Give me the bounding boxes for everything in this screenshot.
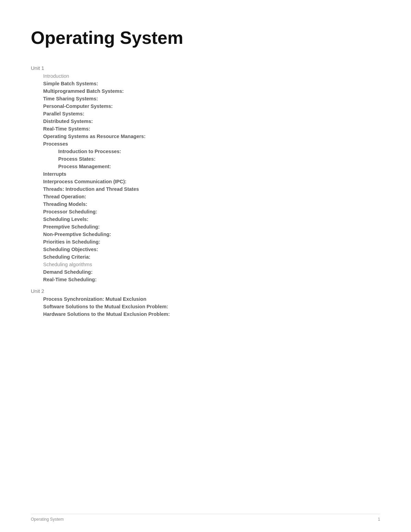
toc-item[interactable]: Scheduling Objectives: [31,246,380,253]
toc-item[interactable]: Process Synchronization: Mutual Exclusio… [31,295,380,303]
toc-item[interactable]: Software Solutions to the Mutual Exclusi… [31,303,380,310]
footer: Operating System 1 [31,514,380,522]
toc-item[interactable]: Priorities in Scheduling: [31,238,380,246]
toc-item[interactable]: Threading Models: [31,200,380,208]
toc-item[interactable]: Processes [31,140,380,148]
page-container: Operating System Unit 1 IntroductionSimp… [0,0,411,532]
toc-item[interactable]: Scheduling Criteria: [31,253,380,261]
toc-item[interactable]: Interrupts [31,170,380,178]
toc-item[interactable]: Introduction to Processes: [31,148,380,155]
unit1-items-container: IntroductionSimple Batch Systems:Multipr… [31,72,380,283]
toc-container: Unit 1 IntroductionSimple Batch Systems:… [31,65,380,318]
unit1-label: Unit 1 [31,65,380,71]
toc-item[interactable]: Operating Systems as Resource Managers: [31,133,380,140]
toc-item[interactable]: Preemptive Scheduling: [31,223,380,231]
toc-item[interactable]: Time Sharing Systems: [31,95,380,102]
page-title: Operating System [31,27,380,48]
toc-item[interactable]: Personal-Computer Systems: [31,102,380,110]
toc-item[interactable]: Process Management: [31,163,380,170]
toc-item[interactable]: Real-Time Systems: [31,125,380,133]
toc-item[interactable]: Threads: Introduction and Thread States [31,185,380,193]
toc-item[interactable]: Hardware Solutions to the Mutual Exclusi… [31,310,380,318]
toc-item[interactable]: Non-Preemptive Scheduling: [31,231,380,238]
toc-item[interactable]: Parallel Systems: [31,110,380,117]
toc-item[interactable]: Scheduling Levels: [31,215,380,223]
toc-item[interactable]: Interprocess Communication (IPC): [31,178,380,185]
toc-item[interactable]: Introduction [31,72,380,80]
toc-item[interactable]: Demand Scheduling: [31,268,380,276]
unit2-label: Unit 2 [31,288,380,294]
toc-item[interactable]: Distributed Systems: [31,117,380,125]
toc-item[interactable]: Process States: [31,155,380,163]
footer-label: Operating System [31,517,64,522]
toc-item[interactable]: Scheduling algorithms [31,261,380,268]
toc-item[interactable]: Simple Batch Systems: [31,80,380,87]
toc-item[interactable]: Real-Time Scheduling: [31,276,380,283]
unit2-items-container: Process Synchronization: Mutual Exclusio… [31,295,380,318]
toc-item[interactable]: Multiprogrammed Batch Systems: [31,87,380,95]
toc-item[interactable]: Thread Operation: [31,193,380,200]
toc-item[interactable]: Processor Scheduling: [31,208,380,215]
footer-page: 1 [378,517,380,522]
